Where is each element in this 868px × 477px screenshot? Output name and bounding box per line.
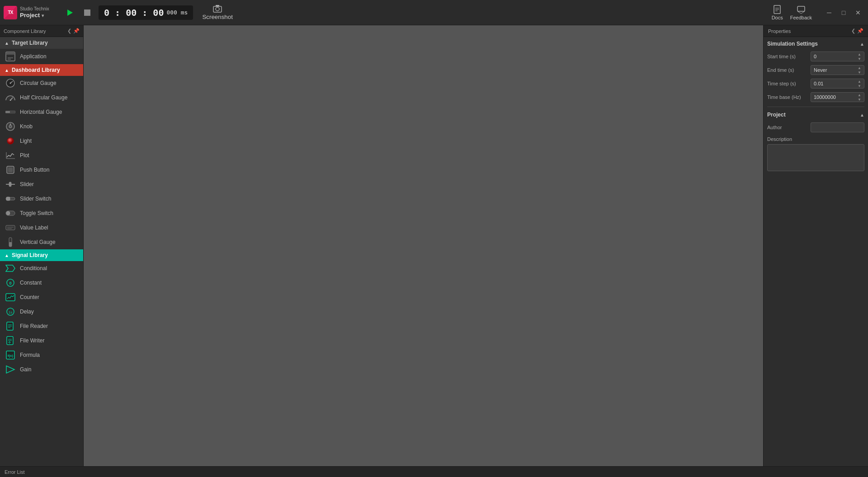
value-label-icon	[5, 223, 15, 233]
slider-switch-icon	[5, 194, 15, 204]
bottom-status: Error List	[0, 466, 868, 477]
sidebar-item-half-circular-gauge[interactable]: Half Circular Gauge	[0, 90, 83, 105]
svg-point-34	[6, 211, 10, 215]
svg-rect-9	[797, 6, 805, 11]
right-pin-icon[interactable]: 📌	[857, 28, 863, 34]
timer-ms: 000 ms	[166, 9, 188, 16]
author-input[interactable]	[811, 122, 864, 132]
sidebar-item-formula[interactable]: f(x) Formula	[0, 348, 83, 362]
project-section-title: Project	[767, 112, 786, 118]
center-canvas[interactable]	[84, 25, 763, 466]
light-icon	[5, 136, 15, 146]
vertical-gauge-label: Vertical Gauge	[20, 239, 56, 245]
signal-library-header[interactable]: ▲ Signal Library	[0, 249, 83, 261]
description-textarea[interactable]	[767, 144, 864, 171]
time-base-spin[interactable]: ▲▼	[858, 93, 861, 102]
sidebar-item-counter[interactable]: Counter	[0, 290, 83, 304]
simulation-settings-title: Simulation Settings	[767, 41, 818, 47]
formula-label: Formula	[20, 352, 40, 358]
slider-switch-label: Slider Switch	[20, 196, 51, 202]
screenshot-button[interactable]: Screenshot	[198, 3, 236, 22]
play-button[interactable]	[63, 6, 76, 19]
time-step-row: Time step (s) 0.01 ▲▼	[767, 79, 864, 89]
time-step-spin[interactable]: ▲▼	[858, 80, 861, 88]
simulation-settings-collapse[interactable]: ▲	[860, 42, 864, 47]
time-step-input[interactable]: 0.01 ▲▼	[811, 79, 864, 89]
sidebar-item-constant[interactable]: 0 Constant	[0, 276, 83, 290]
time-base-label: Time base (Hz)	[767, 94, 808, 100]
svg-rect-1	[84, 9, 90, 16]
stop-button[interactable]	[81, 7, 93, 19]
sidebar-item-knob[interactable]: Knob	[0, 119, 83, 134]
right-header-icons: ❮ 📌	[851, 28, 863, 34]
target-library-section: ▲ Target Library Application	[0, 37, 83, 64]
svg-marker-40	[6, 265, 15, 271]
formula-icon: f(x)	[5, 350, 15, 360]
close-button[interactable]: ✕	[852, 6, 864, 19]
sidebar-item-slider-switch[interactable]: Slider Switch	[0, 192, 83, 206]
minimize-button[interactable]: ─	[823, 6, 835, 19]
sidebar-item-application[interactable]: Application	[0, 49, 83, 64]
end-time-input[interactable]: Never ▲▼	[811, 65, 864, 75]
dashboard-library-header[interactable]: ▲ Dashboard Library	[0, 64, 83, 76]
sidebar-item-vertical-gauge[interactable]: Vertical Gauge	[0, 235, 83, 249]
right-collapse-icon[interactable]: ❮	[851, 28, 855, 34]
maximize-button[interactable]: □	[837, 6, 850, 19]
signal-library-chevron: ▲	[5, 253, 9, 258]
svg-rect-35	[6, 225, 15, 230]
toggle-switch-label: Toggle Switch	[20, 210, 53, 216]
sidebar-scroll[interactable]: ▲ Target Library Application	[0, 37, 83, 466]
sidebar-header-icons: ❮ 📌	[67, 28, 80, 34]
conditional-icon	[5, 263, 15, 273]
sidebar-item-plot[interactable]: Plot	[0, 148, 83, 163]
constant-icon: 0	[5, 278, 15, 288]
error-list-label: Error List	[5, 469, 25, 475]
time-base-input[interactable]: 10000000 ▲▼	[811, 92, 864, 102]
sidebar-item-circular-gauge[interactable]: Circular Gauge	[0, 76, 83, 90]
svg-text:0: 0	[9, 281, 11, 285]
light-label: Light	[20, 138, 32, 144]
end-time-row: End time (s) Never ▲▼	[767, 65, 864, 75]
feedback-button[interactable]: Feedback	[790, 5, 812, 20]
start-time-spin[interactable]: ▲▼	[858, 52, 861, 61]
svg-marker-56	[6, 366, 14, 373]
docs-label: Docs	[772, 15, 783, 20]
sidebar-item-toggle-switch[interactable]: Toggle Switch	[0, 206, 83, 220]
half-circular-gauge-icon	[5, 93, 15, 103]
end-time-spin[interactable]: ▲▼	[858, 66, 861, 75]
sidebar-item-slider[interactable]: Slider	[0, 177, 83, 192]
horizontal-gauge-label: Horizontal Gauge	[20, 109, 62, 115]
sidebar-item-delay[interactable]: 1s Delay	[0, 304, 83, 319]
svg-rect-20	[5, 111, 10, 113]
sidebar-item-file-reader[interactable]: File Reader	[0, 319, 83, 333]
author-label: Author	[767, 125, 808, 130]
sidebar-collapse-icon[interactable]: ❮	[67, 28, 71, 34]
project-section-collapse[interactable]: ▲	[860, 112, 864, 117]
sidebar-item-gain[interactable]: Gain	[0, 362, 83, 377]
top-toolbar: TX Studio Technix Project ▾ 0 : 00 : 00 …	[0, 0, 868, 25]
sidebar-item-horizontal-gauge[interactable]: Horizontal Gauge	[0, 105, 83, 119]
studio-name: Studio Technix	[20, 6, 49, 12]
svg-point-16	[10, 83, 11, 84]
sidebar-item-file-writer[interactable]: File Writer	[0, 333, 83, 348]
main-area: Component Library ❮ 📌 ▲ Target Library	[0, 25, 868, 466]
start-time-input[interactable]: 0 ▲▼	[811, 51, 864, 61]
target-library-header[interactable]: ▲ Target Library	[0, 37, 83, 49]
sidebar-pin-icon[interactable]: 📌	[73, 28, 80, 34]
file-writer-label: File Writer	[20, 337, 44, 344]
sidebar-item-value-label[interactable]: Value Label	[0, 220, 83, 235]
dashboard-library-chevron: ▲	[5, 68, 9, 73]
timer-value: 0 : 00 : 00	[104, 7, 164, 18]
window-controls: ─ □ ✕	[823, 6, 864, 19]
delay-label: Delay	[20, 309, 34, 315]
docs-button[interactable]: Docs	[772, 5, 783, 20]
sidebar-item-light[interactable]: Light	[0, 134, 83, 148]
svg-point-24	[7, 138, 14, 144]
sidebar-item-push-button[interactable]: Push Button	[0, 163, 83, 177]
svg-rect-39	[9, 242, 12, 247]
application-icon	[5, 51, 15, 61]
file-reader-icon	[5, 321, 15, 331]
sidebar-item-conditional[interactable]: Conditional	[0, 261, 83, 276]
component-library-title: Component Library	[4, 28, 46, 34]
start-time-row: Start time (s) 0 ▲▼	[767, 51, 864, 61]
